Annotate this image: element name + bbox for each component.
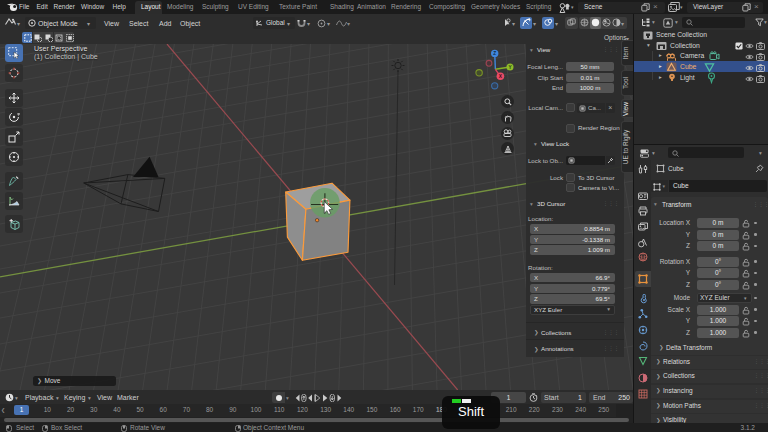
svg-text:Z: Z	[493, 51, 496, 56]
